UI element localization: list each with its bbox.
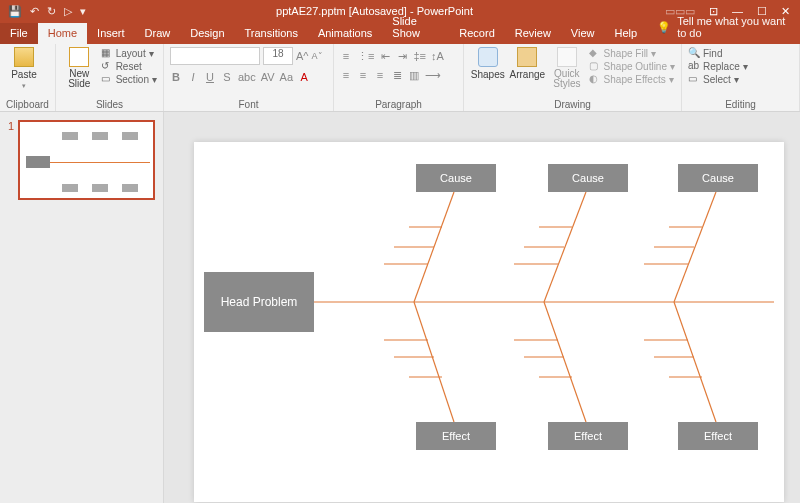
slide-thumbnail-1[interactable] (18, 120, 155, 200)
group-label: Clipboard (6, 98, 49, 110)
effect-box-3[interactable]: Effect (678, 422, 758, 450)
new-slide-button[interactable]: New Slide (62, 47, 97, 89)
decrease-font-icon[interactable]: A˅ (312, 51, 323, 61)
arrange-icon (517, 47, 537, 67)
tab-animations[interactable]: Animations (308, 23, 382, 44)
quick-styles-button[interactable]: Quick Styles (549, 47, 585, 89)
section-icon: ▭ (101, 73, 113, 85)
strikethrough-icon[interactable]: S (221, 71, 233, 83)
tab-insert[interactable]: Insert (87, 23, 135, 44)
bold-icon[interactable]: B (170, 71, 182, 83)
effect-box-1[interactable]: Effect (416, 422, 496, 450)
shape-outline-label: Shape Outline (604, 61, 667, 72)
text-direction-icon[interactable]: ↕A (431, 50, 444, 63)
cause-box-2[interactable]: Cause (548, 164, 628, 192)
shape-fill-icon: ◆ (589, 47, 601, 59)
ribbon: Paste ▾ Clipboard New Slide ▦Layout ▾ ↺R… (0, 44, 800, 112)
clipboard-icon (14, 47, 34, 67)
find-icon: 🔍 (688, 47, 700, 59)
slide-1[interactable]: Head Problem Cause Cause Cause Effect Ef… (194, 142, 784, 502)
align-center-icon[interactable]: ≡ (357, 69, 369, 82)
quick-access-toolbar: 💾 ↶ ↻ ▷ ▾ (0, 5, 94, 18)
select-icon: ▭ (688, 73, 700, 85)
justify-icon[interactable]: ≣ (391, 69, 403, 82)
tab-view[interactable]: View (561, 23, 605, 44)
font-family-select[interactable] (170, 47, 260, 65)
shape-effects-label: Shape Effects (604, 74, 666, 85)
tell-me-label: Tell me what you want to do (677, 15, 790, 39)
align-right-icon[interactable]: ≡ (374, 69, 386, 82)
tab-review[interactable]: Review (505, 23, 561, 44)
font-size-select[interactable]: 18 (263, 47, 293, 65)
redo-icon[interactable]: ↻ (47, 5, 56, 18)
slide-canvas-area[interactable]: Head Problem Cause Cause Cause Effect Ef… (164, 112, 800, 503)
arrange-button[interactable]: Arrange (510, 47, 546, 80)
indent-left-icon[interactable]: ⇤ (379, 50, 391, 63)
cause-box-3[interactable]: Cause (678, 164, 758, 192)
indent-right-icon[interactable]: ⇥ (396, 50, 408, 63)
tab-record[interactable]: Record (449, 23, 504, 44)
slide-number: 1 (8, 120, 14, 200)
start-icon[interactable]: ▷ (64, 5, 72, 18)
reset-button[interactable]: ↺Reset (101, 60, 157, 72)
numbering-icon[interactable]: ⋮≡ (357, 50, 374, 63)
group-label: Paragraph (340, 98, 457, 110)
qat-more-icon[interactable]: ▾ (80, 5, 86, 18)
line-spacing-icon[interactable]: ‡≡ (413, 50, 426, 63)
tab-draw[interactable]: Draw (135, 23, 181, 44)
work-area: 1 (0, 112, 800, 503)
save-icon[interactable]: 💾 (8, 5, 22, 18)
section-label: Section (116, 74, 149, 85)
shape-effects-icon: ◐ (589, 73, 601, 85)
lightbulb-icon: 💡 (657, 21, 671, 34)
shape-effects-button[interactable]: ◐Shape Effects ▾ (589, 73, 675, 85)
underline-icon[interactable]: U (204, 71, 216, 83)
group-label: Drawing (470, 98, 675, 110)
undo-icon[interactable]: ↶ (30, 5, 39, 18)
columns-icon[interactable]: ▥ (408, 69, 420, 82)
cause-box-1[interactable]: Cause (416, 164, 496, 192)
group-slides: New Slide ▦Layout ▾ ↺Reset ▭Section ▾ Sl… (56, 44, 164, 111)
tab-slideshow[interactable]: Slide Show (382, 11, 449, 44)
group-label: Slides (62, 98, 157, 110)
spacing-icon[interactable]: AV (261, 71, 275, 83)
align-left-icon[interactable]: ≡ (340, 69, 352, 82)
tell-me-search[interactable]: 💡 Tell me what you want to do (647, 15, 800, 44)
new-slide-icon (69, 47, 89, 67)
svg-line-5 (544, 302, 586, 422)
tab-transitions[interactable]: Transitions (235, 23, 308, 44)
head-problem-box[interactable]: Head Problem (204, 272, 314, 332)
group-label: Editing (688, 98, 793, 110)
font-color-icon[interactable]: A (298, 71, 310, 83)
section-button[interactable]: ▭Section ▾ (101, 73, 157, 85)
group-clipboard: Paste ▾ Clipboard (0, 44, 56, 111)
reset-icon: ↺ (101, 60, 113, 72)
effect-box-2[interactable]: Effect (548, 422, 628, 450)
shadow-icon[interactable]: abc (238, 71, 256, 83)
italic-icon[interactable]: I (187, 71, 199, 83)
tab-help[interactable]: Help (605, 23, 648, 44)
group-drawing: Shapes Arrange Quick Styles ◆Shape Fill … (464, 44, 682, 111)
tab-file[interactable]: File (0, 23, 38, 44)
group-label: Font (170, 98, 327, 110)
arrange-label: Arrange (510, 69, 546, 80)
case-icon[interactable]: Aa (280, 71, 293, 83)
ribbon-tabs: File Home Insert Draw Design Transitions… (0, 22, 800, 44)
window-title: pptAE27.pptm [Autosaved] - PowerPoint (94, 5, 655, 17)
group-font: 18 A^ A˅ B I U S abc AV Aa A Font (164, 44, 334, 111)
shapes-button[interactable]: Shapes (470, 47, 506, 80)
layout-button[interactable]: ▦Layout ▾ (101, 47, 157, 59)
bullets-icon[interactable]: ≡ (340, 50, 352, 63)
select-button[interactable]: ▭Select ▾ (688, 73, 748, 85)
group-editing: 🔍Find abReplace ▾ ▭Select ▾ Editing (682, 44, 800, 111)
tab-design[interactable]: Design (180, 23, 234, 44)
shape-fill-button[interactable]: ◆Shape Fill ▾ (589, 47, 675, 59)
chevron-down-icon: ▾ (22, 82, 26, 90)
paste-button[interactable]: Paste ▾ (6, 47, 42, 90)
shape-outline-button[interactable]: ▢Shape Outline ▾ (589, 60, 675, 72)
increase-font-icon[interactable]: A^ (296, 50, 309, 62)
find-button[interactable]: 🔍Find (688, 47, 748, 59)
smartart-icon[interactable]: ⟶ (425, 69, 441, 82)
replace-button[interactable]: abReplace ▾ (688, 60, 748, 72)
tab-home[interactable]: Home (38, 23, 87, 44)
